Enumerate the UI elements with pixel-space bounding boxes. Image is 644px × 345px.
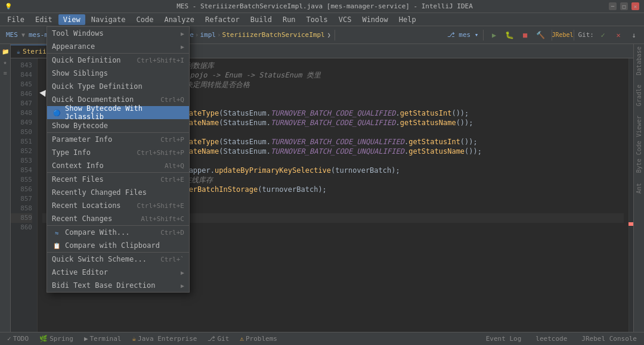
menu-bidi-text[interactable]: Bidi Text Base Direction ▶ bbox=[47, 279, 189, 292]
leetcode-label: leetcode bbox=[535, 335, 567, 343]
right-tab-ant[interactable]: Ant bbox=[636, 183, 642, 194]
quick-switch-label: Quick Switch Scheme... bbox=[52, 255, 147, 263]
recent-changes-label: Recent Changes bbox=[52, 215, 112, 223]
ln-851: 851 bbox=[11, 137, 32, 147]
toolbar-right: ⎇ mes ▾ ▶ 🐛 ■ 🔨 JRebel Git: ✓ ✕ ↓ bbox=[447, 29, 640, 42]
tab-terminal[interactable]: ▶ Terminal bbox=[79, 334, 126, 344]
java-icon: ☕ bbox=[132, 335, 136, 343]
menu-run[interactable]: Run bbox=[278, 14, 301, 25]
menu-code[interactable]: Code bbox=[132, 14, 159, 25]
jrebel-console-btn[interactable]: JRebel Console bbox=[577, 334, 642, 344]
git-icon: ⎇ bbox=[208, 335, 215, 343]
tab-spring[interactable]: 🌿 Spring bbox=[35, 334, 78, 344]
menu-active-editor[interactable]: Active Editor ▶ bbox=[47, 266, 189, 279]
window-controls[interactable]: ─ □ ✕ bbox=[609, 2, 639, 10]
tab-todo[interactable]: ✓ TODO bbox=[2, 334, 33, 344]
compare-clipboard-label: Compare with Clipboard bbox=[65, 241, 160, 250]
menu-quick-definition[interactable]: Quick Definition Ctrl+Shift+I bbox=[47, 54, 189, 67]
build-button[interactable]: 🔨 bbox=[534, 29, 547, 42]
param-info-label: Parameter Info bbox=[52, 135, 112, 144]
ln-854: 854 bbox=[11, 166, 32, 175]
menu-show-siblings[interactable]: Show Siblings bbox=[47, 67, 189, 80]
jrebel-console-label: JRebel Console bbox=[581, 335, 637, 343]
run-button[interactable]: ▶ bbox=[488, 29, 501, 42]
app-icon: 💡 bbox=[5, 3, 12, 10]
view-dropdown-menu[interactable]: Tool Windows ▶ Appearance ▶ Quick Defini… bbox=[47, 26, 190, 293]
active-editor-arrow: ▶ bbox=[181, 269, 184, 276]
ln-852: 852 bbox=[11, 147, 32, 156]
tab-java-enterprise[interactable]: ☕ Java Enterprise bbox=[127, 334, 202, 344]
toolbar-divider-3 bbox=[483, 30, 484, 41]
tool-windows-arrow: ▶ bbox=[181, 30, 184, 37]
event-log-btn[interactable]: Event Log bbox=[481, 334, 527, 344]
problems-icon: ⚠ bbox=[240, 335, 244, 343]
bc-impl[interactable]: impl bbox=[200, 31, 216, 39]
menu-appearance[interactable]: Appearance ▶ bbox=[47, 40, 189, 53]
minimap-thumb bbox=[628, 222, 633, 226]
quick-def-label: Quick Definition bbox=[52, 56, 121, 64]
debug-button[interactable]: 🐛 bbox=[503, 29, 516, 42]
menu-tools[interactable]: Tools bbox=[302, 14, 333, 25]
menu-bar: File Edit View Navigate Code Analyze Ref… bbox=[0, 13, 644, 26]
quick-switch-shortcut: Ctrl+` bbox=[160, 256, 184, 263]
stop-button[interactable]: ■ bbox=[519, 29, 532, 42]
menu-compare-with[interactable]: ⇋ Compare With... Ctrl+D bbox=[47, 226, 189, 239]
menu-recently-changed[interactable]: Recently Changed Files bbox=[47, 186, 189, 199]
menu-window[interactable]: Window bbox=[357, 14, 392, 25]
menu-compare-clipboard[interactable]: 📋 Compare with Clipboard bbox=[47, 239, 189, 252]
menu-recent-locations[interactable]: Recent Locations Ctrl+Shift+E bbox=[47, 199, 189, 212]
menu-file[interactable]: File bbox=[2, 14, 29, 25]
problems-label: Problems bbox=[246, 335, 277, 343]
menu-view[interactable]: View bbox=[58, 14, 85, 25]
menu-vcs[interactable]: VCS bbox=[334, 14, 357, 25]
right-tab-database[interactable]: Database bbox=[636, 46, 642, 75]
menu-tool-windows[interactable]: Tool Windows ▶ bbox=[47, 27, 189, 40]
menu-refactor[interactable]: Refactor bbox=[200, 14, 244, 25]
menu-recent-files[interactable]: Recent Files Ctrl+E bbox=[47, 173, 189, 186]
menu-analyze[interactable]: Analyze bbox=[159, 14, 199, 25]
show-siblings-label: Show Siblings bbox=[52, 69, 108, 77]
right-sidebar: Database Gradle Byte Code Viewer Ant bbox=[633, 44, 644, 332]
right-tab-gradle[interactable]: Gradle bbox=[636, 85, 642, 106]
git-x[interactable]: ✕ bbox=[612, 29, 625, 42]
menu-quick-switch[interactable]: Quick Switch Scheme... Ctrl+` bbox=[47, 253, 189, 266]
ln-860: 860 bbox=[11, 223, 32, 232]
maximize-button[interactable]: □ bbox=[620, 2, 628, 10]
leetcode-btn[interactable]: leetcode bbox=[531, 334, 572, 344]
menu-show-bytecode[interactable]: Show Bytecode bbox=[47, 119, 189, 132]
menu-show-bytecode-jclasslib[interactable]: 🔵 Show Bytecode With Jclasslib bbox=[47, 106, 189, 119]
sidebar-structure-icon[interactable]: ≡ bbox=[1, 68, 10, 77]
tab-problems[interactable]: ⚠ Problems bbox=[235, 334, 282, 344]
appearance-label: Appearance bbox=[52, 42, 95, 51]
menu-context-info[interactable]: Context Info Alt+Q bbox=[47, 159, 189, 172]
menu-recent-changes[interactable]: Recent Changes Alt+Shift+C bbox=[47, 212, 189, 225]
menu-help[interactable]: Help bbox=[394, 14, 421, 25]
bc-file[interactable]: SteriiizerBatchServiceImpl bbox=[222, 31, 325, 39]
quick-doc-shortcut: Ctrl+Q bbox=[160, 96, 184, 104]
menu-build[interactable]: Build bbox=[246, 14, 277, 25]
menu-quick-type-def[interactable]: Quick Type Definition bbox=[47, 80, 189, 93]
menu-edit[interactable]: Edit bbox=[30, 14, 57, 25]
git-check[interactable]: ✓ bbox=[596, 29, 609, 42]
type-info-label: Type Info bbox=[52, 148, 91, 157]
appearance-arrow: ▶ bbox=[181, 43, 184, 50]
menu-type-info[interactable]: Type Info Ctrl+Shift+P bbox=[47, 146, 189, 159]
menu-navigate[interactable]: Navigate bbox=[86, 14, 131, 25]
sidebar-favorites-icon[interactable]: ★ bbox=[1, 57, 10, 67]
minimize-button[interactable]: ─ bbox=[609, 2, 617, 10]
menu-group-2: Quick Definition Ctrl+Shift+I Show Sibli… bbox=[47, 54, 189, 133]
git-update[interactable]: ↓ bbox=[627, 29, 640, 42]
left-sidebar: 📁 ★ ≡ bbox=[0, 44, 11, 332]
menu-group-3: Parameter Info Ctrl+P Type Info Ctrl+Shi… bbox=[47, 133, 189, 173]
close-button[interactable]: ✕ bbox=[631, 2, 639, 10]
sidebar-project-icon[interactable]: 📁 bbox=[1, 46, 10, 56]
jrebel-button[interactable]: JRebel bbox=[556, 29, 569, 42]
ln-848: 848 bbox=[11, 108, 32, 118]
jrebel-label: JRebel bbox=[552, 32, 573, 38]
tab-git[interactable]: ⎇ Git bbox=[203, 334, 234, 344]
right-tab-bytecode[interactable]: Byte Code Viewer bbox=[636, 116, 642, 173]
context-info-label: Context Info bbox=[52, 161, 104, 170]
menu-parameter-info[interactable]: Parameter Info Ctrl+P bbox=[47, 133, 189, 146]
ln-843: 843 bbox=[11, 61, 32, 70]
terminal-label: Terminal bbox=[90, 335, 122, 343]
